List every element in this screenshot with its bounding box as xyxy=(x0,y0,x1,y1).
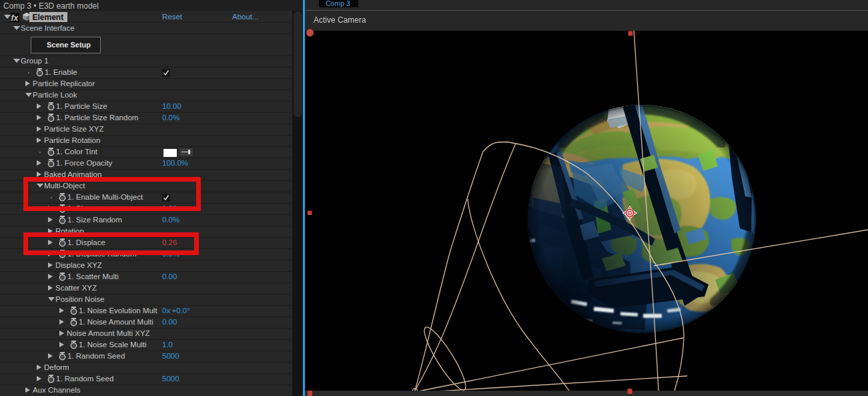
svg-text:Active Camera: Active Camera xyxy=(314,15,366,25)
svg-text:Comp 3: Comp 3 xyxy=(326,0,350,7)
svg-text:fx: fx xyxy=(11,13,19,22)
